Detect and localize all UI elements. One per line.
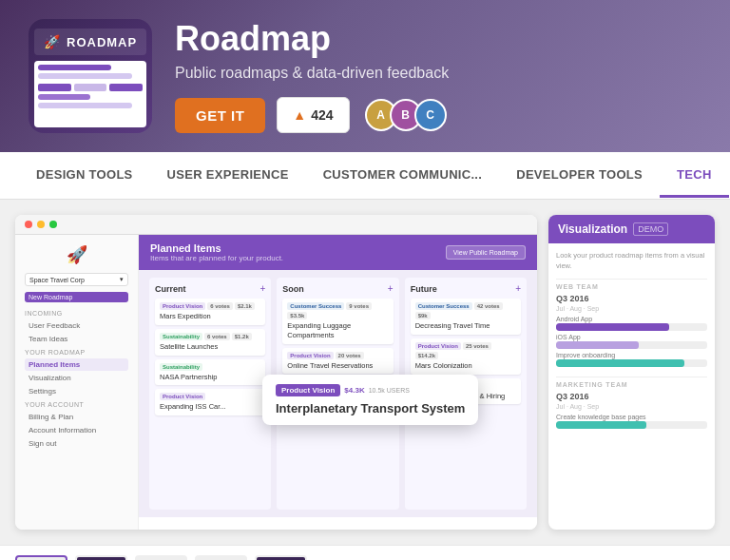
planned-subtitle: Items that are planned for your product. [150,254,283,262]
card-tags: Customer Success 42 votes $9k [415,302,516,319]
vote-button[interactable]: ▲ 424 [277,97,349,133]
avatar-group: A B C [365,99,447,131]
sidebar-item-settings[interactable]: Settings [25,385,128,397]
card-travel-res: Product Vision 20 votes Online Travel Re… [282,348,393,375]
tag-votes: 42 votes [474,302,503,310]
tag-customer-success: Customer Success [415,302,472,310]
planned-header: Planned Items Items that are planned for… [139,235,537,270]
thumbnail-5[interactable] [255,555,307,560]
card-title: Decreasing Travel Time [415,321,516,331]
card-title: Mars Colonization [415,361,516,371]
app-title: Roadmap [175,19,701,59]
window-chrome [15,215,537,235]
view-public-button[interactable]: View Public Roadmap [446,245,526,260]
tag-sustainability: Sustainability [160,333,202,340]
column-current: Current + Product Vision 6 votes $2.1k M… [149,278,271,510]
column-future-add-icon[interactable]: + [515,283,521,294]
viz-body: Look your product roadmap items from a v… [548,243,715,446]
viz-bar-label-ios: iOS App [556,334,707,340]
tag-votes: 9 votes [346,302,372,310]
card-tags: Sustainability 6 votes $1.2k [160,333,260,340]
tag-revenue: $1.2k [232,333,252,340]
thumbnail-add-button[interactable]: + [315,555,349,560]
column-current-title: Current [155,284,186,294]
header-actions: GET IT ▲ 424 A B C [175,97,701,133]
upvote-arrow-icon: ▲ [293,107,306,123]
column-future-title: Future [411,284,437,294]
tag-customer-success: Customer Success [287,302,344,310]
org-select[interactable]: Space Travel Corp ▾ [25,273,128,286]
viz-marketing-quarter: Q3 2016 [556,392,707,401]
card-mars-col: Product Vision 25 votes $14.2k Mars Colo… [411,338,521,375]
viz-bar-ios: iOS App [556,334,707,349]
window-dot-close [25,221,32,228]
app-logo: 🚀 ROADMAP [34,29,146,55]
tag-revenue: $14.2k [415,352,438,359]
tag-revenue: $2.1k [235,302,255,310]
viz-bar-label-knowledge: Create knowledge base pages [556,414,707,420]
thumbnail-3[interactable] [135,555,187,560]
card-tags: Sustainability [160,363,260,371]
sidebar-section-incoming: INCOMING [25,310,128,317]
new-roadmap-button[interactable]: New Roadmap [25,292,128,302]
kanban-board: Current + Product Vision 6 votes $2.1k M… [139,270,537,517]
app-header: 🚀 ROADMAP Roadmap Public roadmaps & data… [0,0,730,152]
sidebar-item-planned-items[interactable]: Planned Items [25,358,128,371]
card-title: Mars Expedition [160,312,260,321]
tab-developer-tools[interactable]: DEVELOPER TOOLS [499,154,660,198]
tag-product-vision: Product Vision [160,393,205,400]
tag-votes: 20 votes [336,352,364,359]
thumbnail-2[interactable] [75,555,127,560]
preview-bar-1 [38,65,111,70]
preview-chip-1 [38,84,71,91]
app-icon-preview [34,61,146,127]
preview-bar-4 [38,103,132,108]
tooltip-revenue: $4.3K [344,386,364,395]
viz-description: Look your product roadmap items from a v… [556,251,707,271]
column-current-add-icon[interactable]: + [259,283,265,294]
card-mars-expedition: Product Vision 6 votes $2.1k Mars Expedi… [155,299,265,325]
preview-chip-2 [74,84,107,91]
viz-marketing-team-label: MARKETING TEAM [556,377,707,388]
card-title: Satellite Launches [160,342,260,352]
card-tags: Product Vision 25 votes $14.2k [415,342,516,359]
tab-user-experience[interactable]: USER EXPERIENCE [150,154,306,198]
tab-customer-communic[interactable]: CUSTOMER COMMUNIC... [306,154,500,198]
sidebar-item-account-info[interactable]: Account Information [25,424,128,436]
tag-revenue: $3.5k [287,312,307,319]
tab-design-tools[interactable]: DESIGN TOOLS [19,154,150,198]
card-satellite-launches: Sustainability 6 votes $1.2k Satellite L… [155,329,265,356]
rocket-icon: 🚀 [44,34,61,49]
viz-bar-label-android: Android App [556,316,707,322]
card-nasa: Sustainability NASA Partnership [155,359,265,386]
sidebar-item-team-ideas[interactable]: Team Ideas [25,333,128,345]
card-title: Online Travel Reservations [287,361,388,371]
tag-sustainability: Sustainability [160,363,202,371]
thumbnails-row: + [0,545,730,560]
sidebar-item-billing[interactable]: Billing & Plan [25,411,128,423]
header-info: Roadmap Public roadmaps & data-driven fe… [175,19,701,133]
card-iss: Product Vision Expanding ISS Car... [155,389,265,415]
visualization-panel: Visualization DEMO Look your product roa… [548,215,715,530]
nav-tabs: DESIGN TOOLS USER EXPERIENCE CUSTOMER CO… [0,152,730,200]
column-soon-header: Soon + [282,283,393,294]
column-soon-add-icon[interactable]: + [388,283,394,294]
thumbnail-4[interactable] [195,555,247,560]
viz-bar-label-onboarding: Improve onboarding [556,352,707,358]
sidebar-item-user-feedback[interactable]: User Feedback [25,319,128,332]
preview-bar-3 [38,94,90,100]
tab-tech[interactable]: TECH [660,154,729,198]
avatar-3: C [414,99,447,131]
thumbnail-1[interactable] [15,555,67,560]
sidebar-item-visualization[interactable]: Visualization [25,372,128,384]
get-it-button[interactable]: GET IT [175,98,265,133]
app-sidebar: 🚀 Space Travel Corp ▾ New Roadmap INCOMI… [15,235,139,530]
app-icon: 🚀 ROADMAP [29,19,152,133]
column-soon-title: Soon [282,284,304,294]
tooltip-users: 10.5k USERS [369,387,410,394]
viz-bar-fill-onboarding [556,359,684,367]
card-tags: Product Vision 20 votes [287,352,388,359]
planned-title: Planned Items [150,242,283,254]
preview-bar-2 [38,73,132,79]
sidebar-item-sign-out[interactable]: Sign out [25,437,128,450]
